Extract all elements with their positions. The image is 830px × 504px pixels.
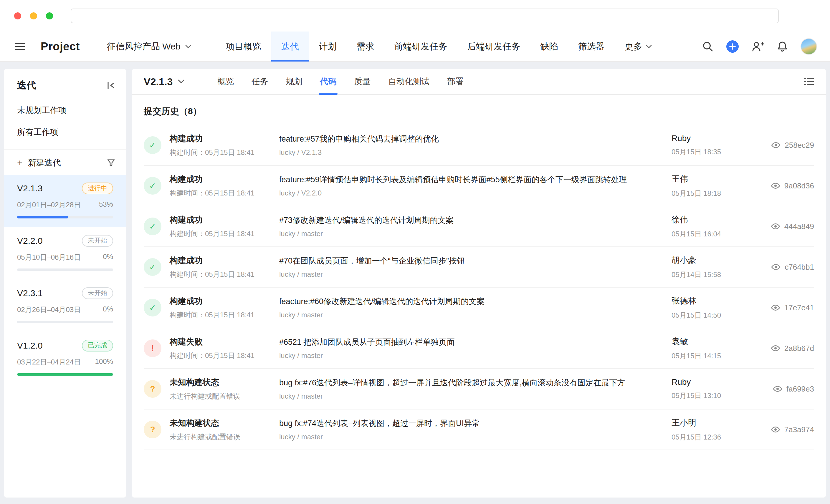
commit-list: ✓ 构建成功 构建时间：05月15日 18:41 feature:#57我的申购… (132, 125, 826, 450)
commit-date: 05月15日 16:04 (672, 229, 742, 239)
iteration-card-v231[interactable]: V2.3.1 未开始 02月26日–04月03日 0% (4, 280, 126, 332)
iteration-name: V2.2.0 (17, 236, 43, 246)
commit-author: 胡小豪 (672, 255, 742, 266)
nav-item-frontend-tasks[interactable]: 前端研发任务 (384, 32, 457, 62)
add-member-icon[interactable] (752, 41, 764, 52)
list-view-icon[interactable] (804, 77, 814, 86)
window-controls (14, 12, 53, 20)
commit-author: 王伟 (672, 173, 742, 184)
build-status: 构建成功 (170, 296, 279, 307)
build-unknown-icon: ? (144, 421, 161, 438)
commit-message[interactable]: #6521 把添加团队成员从子页面抽到左栏单独页面 (279, 337, 672, 347)
commit-hash-link[interactable]: 258ec29 (742, 141, 814, 150)
commit-message[interactable]: feature:#57我的申购相关代码去掉调整的优化 (279, 134, 672, 144)
collapse-sidebar-icon[interactable] (106, 81, 116, 90)
commit-message[interactable]: feacture:#60修改新建迭代/编辑迭代的迭代计划周期的文案 (279, 296, 672, 307)
commit-hash-link[interactable]: 9a08d36 (742, 181, 814, 191)
sidebar-title: 迭代 (17, 79, 36, 92)
commit-row[interactable]: ✓ 构建成功 构建时间：05月15日 18:41 feature:#57我的申购… (144, 125, 814, 166)
tab-tasks[interactable]: 任务 (243, 69, 277, 94)
build-status: 构建成功 (170, 174, 279, 185)
filter-funnel-icon[interactable] (107, 158, 116, 167)
commit-message[interactable]: #70在团队成员页面，增加一个“与企业微信同步”按钮 (279, 256, 672, 266)
app-logo: Project (41, 40, 80, 53)
nav-item-backend-tasks[interactable]: 后端研发任务 (457, 32, 531, 62)
eye-icon (771, 182, 780, 189)
commit-hash-link[interactable]: 2a8b67d (742, 344, 814, 353)
build-success-icon: ✓ (144, 177, 161, 195)
nav-item-project-overview[interactable]: 项目概览 (216, 32, 271, 62)
window-close-button[interactable] (14, 12, 21, 20)
eye-icon (771, 345, 780, 352)
iteration-percent: 53% (99, 200, 113, 210)
commit-branch: lucky / V2.2.0 (279, 189, 672, 197)
build-status: 构建成功 (170, 255, 279, 266)
iterations-sidebar: 迭代 未规划工作项 所有工作项 + 新建迭代 V2.1.3 进行中 02月01日… (4, 69, 126, 498)
tab-code[interactable]: 代码 (311, 69, 345, 94)
iteration-card-v213[interactable]: V2.1.3 进行中 02月01日–02月28日 53% (4, 175, 126, 227)
commit-message[interactable]: bug fx:#76迭代列表–详情视图，超过一屏并且迭代阶段超过最大宽度,横向滚… (279, 377, 672, 388)
commit-hash-link[interactable]: 444a849 (742, 222, 814, 231)
commit-date: 05月15日 13:10 (672, 391, 742, 400)
iteration-card-v220[interactable]: V2.2.0 未开始 05月10日–06月16日 0% (4, 227, 126, 280)
iteration-title-selector[interactable]: V2.1.3 (144, 76, 184, 88)
commit-row[interactable]: ✓ 构建成功 构建时间：05月15日 18:41 #70在团队成员页面，增加一个… (144, 247, 814, 288)
commit-author: 王小明 (672, 417, 742, 428)
search-icon[interactable] (702, 41, 713, 52)
build-status: 构建成功 (170, 214, 279, 226)
commit-hash-link[interactable]: fa699e3 (742, 384, 814, 394)
header-actions (702, 38, 817, 55)
commit-row[interactable]: ? 未知构建状态 未进行构建或配置错误 bug fx:#76迭代列表–详情视图，… (144, 369, 814, 409)
commit-hash: c764bb1 (785, 263, 814, 272)
commit-row[interactable]: ? 未知构建状态 未进行构建或配置错误 bug fx:#74迭代列表–列表视图，… (144, 409, 814, 450)
commit-hash-link[interactable]: 7a3a974 (742, 425, 814, 434)
sidebar-item-all-items[interactable]: 所有工作项 (4, 121, 126, 143)
create-new-button[interactable] (726, 40, 739, 53)
browser-address-bar[interactable] (71, 8, 779, 23)
nav-item-requirements[interactable]: 需求 (347, 32, 384, 62)
build-time: 构建时间：05月15日 18:41 (170, 148, 279, 157)
commit-branch: lucky / master (279, 230, 672, 238)
tab-quality[interactable]: 质量 (345, 69, 379, 94)
tab-planning[interactable]: 规划 (277, 69, 311, 94)
sidebar-item-unplanned[interactable]: 未规划工作项 (4, 100, 126, 121)
window-minimize-button[interactable] (30, 12, 37, 20)
commit-author: 徐伟 (672, 214, 742, 225)
commit-date: 05月15日 18:18 (672, 189, 742, 198)
commit-row[interactable]: ✓ 构建成功 构建时间：05月15日 18:41 feature:#59详情预估… (144, 166, 814, 206)
iteration-status-badge: 已完成 (82, 340, 113, 351)
window-maximize-button[interactable] (46, 12, 53, 20)
iteration-name: V1.2.0 (17, 341, 43, 350)
commit-row[interactable]: ! 构建失败 构建时间：05月15日 18:41 #6521 把添加团队成员从子… (144, 328, 814, 369)
commit-row[interactable]: ✓ 构建成功 构建时间：05月15日 18:41 feacture:#60修改新… (144, 288, 814, 328)
commit-row[interactable]: ✓ 构建成功 构建时间：05月15日 18:41 #73修改新建迭代/编辑迭代的… (144, 206, 814, 247)
eye-icon (771, 304, 780, 311)
commit-hash-link[interactable]: 17e7e41 (742, 303, 814, 312)
iteration-dates: 02月01日–02月28日 (17, 200, 81, 210)
notifications-bell-icon[interactable] (777, 41, 788, 52)
commit-hash-link[interactable]: c764bb1 (742, 263, 814, 272)
hamburger-menu-icon[interactable] (15, 42, 25, 51)
nav-item-defects[interactable]: 缺陷 (531, 32, 568, 62)
nav-item-filters[interactable]: 筛选器 (568, 32, 615, 62)
iteration-name: V2.3.1 (17, 288, 43, 298)
iteration-card-v120[interactable]: V1.2.0 已完成 03月22日–04月24日 100% (4, 332, 126, 384)
iteration-progress-bar (17, 321, 113, 323)
new-iteration-button[interactable]: + 新建迭代 (4, 149, 126, 175)
user-avatar[interactable] (801, 38, 817, 55)
nav-item-plan[interactable]: 计划 (309, 32, 347, 62)
commit-message[interactable]: feature:#59详情预估申购时长列表及编辑预估申购时长界面#55侧栏界面的… (279, 174, 672, 185)
tab-overview[interactable]: 概览 (209, 69, 243, 94)
tab-automated-testing[interactable]: 自动化测试 (379, 69, 438, 94)
nav-item-more[interactable]: 更多 (615, 32, 662, 62)
commit-message[interactable]: #73修改新建迭代/编辑迭代的迭代计划周期的文案 (279, 215, 672, 226)
nav-item-iteration[interactable]: 迭代 (271, 32, 309, 62)
project-selector[interactable]: 征信风控产品 Web (107, 41, 191, 53)
tab-deployment[interactable]: 部署 (438, 69, 473, 94)
commit-hash: fa699e3 (787, 384, 814, 394)
commit-message[interactable]: bug fx:#74迭代列表–列表视图，超过一屏时，界面UI异常 (279, 418, 672, 429)
commit-author: Ruby (672, 134, 742, 143)
commit-branch: lucky / master (279, 351, 672, 360)
iteration-dates: 05月10日–06月16日 (17, 253, 81, 262)
commit-hash: 2a8b67d (784, 344, 814, 353)
